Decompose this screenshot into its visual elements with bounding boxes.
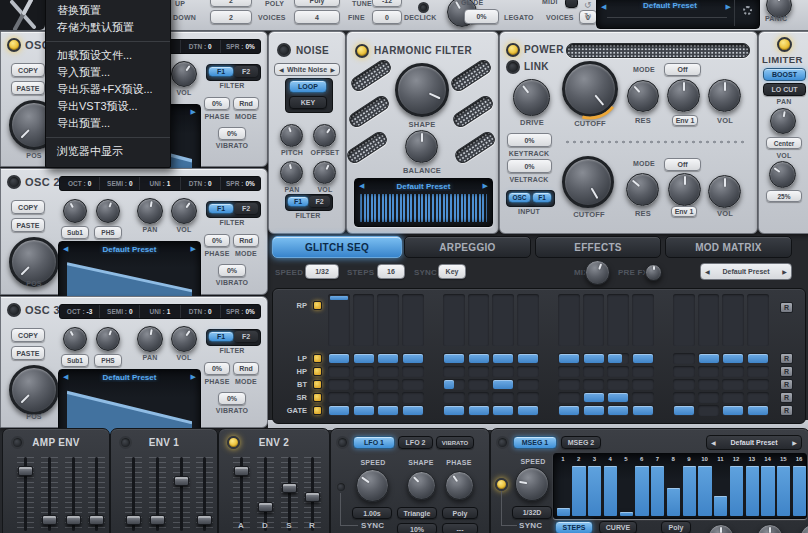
noise-pan-knob[interactable]: [280, 161, 303, 184]
seq-rp-cell[interactable]: [722, 294, 744, 346]
menu-item[interactable]: 导出乐器+FX预设...: [46, 81, 170, 98]
seq-cell[interactable]: [353, 405, 375, 416]
osc2-sub-knob[interactable]: [63, 199, 87, 223]
mseg-sync-led[interactable]: [495, 478, 508, 491]
seq-cell[interactable]: [722, 353, 744, 364]
osc3-dtn[interactable]: DTN :0: [181, 305, 221, 318]
seq-cell[interactable]: [583, 405, 605, 416]
seq-cell[interactable]: [673, 392, 695, 403]
lfo-shape-value[interactable]: Triangle: [397, 507, 437, 519]
seq-cell[interactable]: [517, 366, 539, 377]
speed-value[interactable]: 1/32: [305, 264, 339, 279]
seq-cell[interactable]: [558, 392, 580, 403]
env-fader-3[interactable]: [66, 515, 81, 525]
preset-next-icon[interactable]: ▶: [726, 3, 731, 11]
seq-cell[interactable]: [632, 379, 654, 390]
noise-prev-icon[interactable]: ◀: [279, 66, 284, 73]
mseg-poly-button[interactable]: Poly: [661, 521, 691, 533]
seq-cell[interactable]: [443, 392, 465, 403]
lfo-row2-right[interactable]: ---: [442, 523, 478, 533]
tab-lfo1[interactable]: LFO 1: [353, 436, 395, 449]
seq-cell[interactable]: [698, 379, 720, 390]
mseg-bar[interactable]: [793, 466, 806, 516]
lfo-phase-value[interactable]: Poly: [442, 507, 478, 519]
osc2-led[interactable]: [7, 175, 21, 189]
seq-cell[interactable]: [517, 405, 539, 416]
boost-button[interactable]: BOOST: [763, 68, 806, 81]
seq-cell[interactable]: [443, 405, 465, 416]
seq-rp-cell[interactable]: [328, 294, 350, 346]
mseg-bar[interactable]: [635, 466, 648, 516]
osc2-phs-select[interactable]: PHS: [94, 226, 122, 239]
osc2-wave-prev-icon[interactable]: ◀: [63, 245, 68, 253]
lfo-shape-knob[interactable]: [407, 471, 436, 500]
mseg-preset-next-icon[interactable]: ▶: [792, 439, 797, 446]
seq-cell[interactable]: [607, 353, 629, 364]
osc2-f2-button[interactable]: F2: [234, 203, 258, 214]
seq-cell[interactable]: [607, 379, 629, 390]
osc1-led[interactable]: [7, 38, 21, 52]
osc3-copy-button[interactable]: COPY: [11, 328, 45, 342]
menu-item[interactable]: 导出VST3预设...: [46, 98, 170, 115]
osc2-f1-button[interactable]: F1: [208, 203, 234, 214]
seq-rp-cell[interactable]: [583, 294, 605, 346]
tab-mseg1[interactable]: MSEG 1: [513, 436, 557, 449]
mseg-bar[interactable]: [777, 466, 790, 516]
menu-item[interactable]: 导出预置...: [46, 115, 170, 132]
tab-lfo2[interactable]: LFO 2: [398, 436, 433, 449]
seq-row-enable-led[interactable]: [313, 367, 322, 376]
seq-rp-cell[interactable]: [402, 294, 424, 346]
gear-icon[interactable]: [743, 6, 752, 15]
noise-pitch-knob[interactable]: [280, 124, 303, 147]
seq-cell[interactable]: [443, 379, 465, 390]
seq-cell[interactable]: [377, 392, 399, 403]
seq-cell[interactable]: [747, 353, 769, 364]
env-amount-knob-2[interactable]: [668, 173, 701, 206]
env-fader-R[interactable]: [305, 492, 320, 502]
seq-rp-cell[interactable]: [353, 294, 375, 346]
osc2-copy-button[interactable]: COPY: [11, 200, 45, 214]
env-fader-4[interactable]: [89, 515, 104, 525]
noise-next-icon[interactable]: ▶: [330, 66, 335, 73]
seq-cell[interactable]: [328, 392, 350, 403]
seq-cell[interactable]: [468, 379, 490, 390]
seq-cell[interactable]: [747, 366, 769, 377]
link-led[interactable]: [506, 60, 520, 74]
osc3-phs-knob[interactable]: [96, 327, 120, 351]
seq-cell[interactable]: [443, 366, 465, 377]
osc1-f1-button[interactable]: F1: [208, 66, 234, 77]
osc3-sub-select[interactable]: Sub1: [61, 354, 89, 367]
seq-cell[interactable]: [468, 392, 490, 403]
seq-cell[interactable]: [722, 366, 744, 377]
seq-rp-cell[interactable]: [377, 294, 399, 346]
seq-cell[interactable]: [468, 353, 490, 364]
noise-vol-knob[interactable]: [313, 161, 336, 184]
mseg-bar[interactable]: [698, 466, 711, 516]
seq-cell[interactable]: [558, 353, 580, 364]
limiter-vol-knob[interactable]: [769, 161, 796, 188]
seq-rp-cell[interactable]: [673, 294, 695, 346]
osc3-pos-knob[interactable]: [9, 365, 59, 415]
harmonic-next-icon[interactable]: ▶: [483, 182, 488, 190]
seq-row-enable-led[interactable]: [313, 301, 322, 310]
mseg-bar[interactable]: [588, 466, 601, 516]
res-knob-1[interactable]: [627, 80, 659, 112]
seq-cell[interactable]: [377, 405, 399, 416]
env-select-1[interactable]: Env 1: [672, 115, 698, 126]
env-fader-2[interactable]: [42, 515, 57, 525]
osc3-sub-knob[interactable]: [63, 327, 87, 351]
osc3-pan-knob[interactable]: [137, 326, 163, 352]
seq-cell[interactable]: [722, 405, 744, 416]
seq-row-enable-led[interactable]: [313, 393, 322, 402]
tab-arpeggio[interactable]: ARPEGGIO: [404, 236, 531, 258]
seq-cell[interactable]: [673, 353, 695, 364]
seq-cell[interactable]: [607, 392, 629, 403]
seq-cell[interactable]: [558, 379, 580, 390]
tab-mod-matrix[interactable]: MOD MATRIX: [665, 236, 792, 258]
locut-button[interactable]: LO CUT: [763, 83, 806, 96]
balance-knob[interactable]: [405, 130, 438, 163]
mseg-display[interactable]: 12345678910111213141516: [553, 453, 807, 519]
mseg-bar[interactable]: [667, 488, 680, 516]
osc1-copy-button[interactable]: COPY: [11, 63, 45, 77]
power-led[interactable]: [506, 43, 520, 57]
